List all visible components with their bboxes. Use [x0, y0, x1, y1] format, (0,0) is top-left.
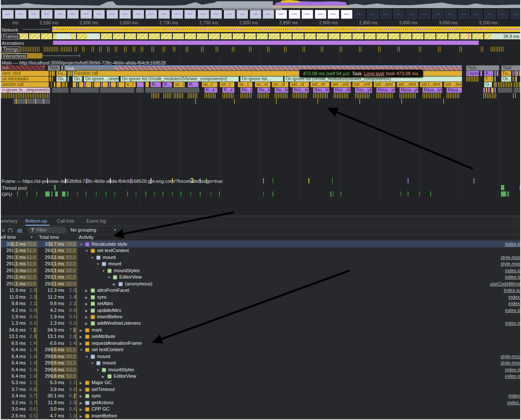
- frame-tile[interactable]: [448, 33, 459, 39]
- frame-tile[interactable]: [472, 33, 483, 39]
- screenshot-thumbnail[interactable]: [67, 10, 79, 19]
- flame-bar[interactable]: [71, 88, 99, 93]
- cpu-overview-strip[interactable]: [1, 0, 521, 8]
- source-link[interactable]: index.js:: [504, 287, 521, 294]
- frame-tile[interactable]: [293, 33, 304, 39]
- flame-bar[interactable]: R...: [188, 82, 198, 87]
- flame-bar[interactable]: [92, 82, 93, 87]
- flame-bar[interactable]: [109, 82, 110, 87]
- frame-tile[interactable]: [257, 33, 268, 39]
- screenshot-thumbnail[interactable]: [237, 10, 248, 19]
- frame-tile[interactable]: [221, 33, 232, 39]
- frame-tile[interactable]: [352, 33, 364, 39]
- flame-bar[interactable]: Task: [501, 65, 521, 70]
- table-row[interactable]: 13.1 ms2.8 %13.1 ms2.8 %▶setAttribute: [1, 333, 521, 340]
- flame-bar[interactable]: Rec...le: [313, 88, 329, 93]
- table-row[interactable]: 4.2 ms0.9 %4.2 ms0.9 %▶updateAttrsindex.…: [1, 307, 521, 314]
- collapse-arrow-icon[interactable]: ▼: [91, 255, 94, 261]
- frame-tile[interactable]: [113, 33, 124, 39]
- flame-bar[interactable]: un microtasks: [1, 76, 49, 82]
- flame-bar[interactable]: [514, 88, 521, 93]
- frame-tile-dropped[interactable]: [468, 33, 470, 39]
- flame-bar[interactable]: [69, 71, 71, 76]
- table-row[interactable]: 11.0 ms2.3 %11.2 ms2.4 %▶syncindex.: [1, 294, 521, 300]
- flame-bar[interactable]: [488, 88, 490, 93]
- flame-bar[interactable]: [86, 82, 91, 87]
- match-case-icon[interactable]: a: [2, 226, 4, 234]
- flame-bar[interactable]: [466, 76, 479, 82]
- screenshot-thumbnail[interactable]: [28, 10, 40, 19]
- frame-tile-idle[interactable]: [56, 33, 71, 39]
- frame-track-title[interactable]: Frame — https://id-preview--bd53fd9d-728…: [2, 179, 222, 184]
- flame-bar[interactable]: O...: [484, 82, 492, 87]
- source-link[interactable]: useCodeMirror: [490, 281, 521, 287]
- expand-arrow-icon[interactable]: ▶: [80, 393, 82, 399]
- screenshot-thumbnail[interactable]: [263, 10, 274, 19]
- flame-bar[interactable]: [103, 82, 108, 87]
- flame-bar[interactable]: se...nt: [272, 82, 288, 87]
- flame-bar[interactable]: R...e: [222, 88, 234, 93]
- header-activity[interactable]: Activity: [79, 234, 94, 241]
- flame-bar[interactable]: [516, 71, 518, 76]
- frame-tile[interactable]: [460, 33, 471, 39]
- frame-tile[interactable]: [269, 33, 280, 39]
- screenshot-thumbnail[interactable]: [158, 10, 170, 19]
- flame-bar[interactable]: [50, 71, 51, 76]
- flame-bar[interactable]: se...t: [220, 82, 234, 87]
- flame-bar[interactable]: Reca...yle: [400, 88, 418, 93]
- table-row[interactable]: 3.2 ms0.7 %11.8 ms2.5 %▶getActionsindex.…: [1, 399, 521, 406]
- flame-bar[interactable]: Fu...ll: [56, 71, 66, 76]
- tab-summary[interactable]: Summary: [0, 216, 18, 226]
- collapse-arrow-icon[interactable]: ▼: [96, 261, 100, 267]
- screenshot-thumbnail[interactable]: [145, 10, 157, 19]
- frame-tile[interactable]: [233, 33, 244, 39]
- screenshot-thumbnail[interactable]: [471, 10, 483, 19]
- flame-bar[interactable]: On...): [73, 76, 82, 82]
- screenshot-thumbnail[interactable]: [15, 10, 27, 19]
- flame-bar[interactable]: se...nt: [255, 82, 270, 87]
- flame-bar[interactable]: [491, 88, 494, 93]
- flame-bar[interactable]: [66, 82, 67, 87]
- screenshot-thumbnail[interactable]: [93, 10, 105, 19]
- flame-bar[interactable]: set...nt: [311, 82, 329, 87]
- table-row[interactable]: 3.7 ms0.8 %3.8 ms0.8 %▶setTimeout: [1, 386, 521, 393]
- collapse-arrow-icon[interactable]: ▼: [85, 354, 89, 360]
- flame-bar[interactable]: [498, 82, 512, 87]
- flame-bar[interactable]: set...nt: [290, 82, 309, 87]
- flame-bar[interactable]: R...: [163, 82, 172, 87]
- table-row[interactable]: 291.1 ms61.6 %293.1 ms62.0 %▼EditorViewi…: [1, 274, 521, 280]
- frame-tile[interactable]: [29, 33, 40, 39]
- flame-bar[interactable]: [68, 71, 69, 76]
- source-link[interactable]: index.js: [505, 267, 521, 274]
- flame-bar[interactable]: [56, 82, 61, 87]
- frame-tile[interactable]: [161, 33, 172, 39]
- expand-arrow-icon[interactable]: ▶: [85, 301, 88, 307]
- frame-tile[interactable]: [101, 33, 112, 39]
- flame-bar[interactable]: [495, 82, 497, 87]
- flame-bar[interactable]: Task: [466, 65, 499, 70]
- frame-tile[interactable]: [340, 33, 352, 39]
- flame-bar[interactable]: R...e: [204, 88, 217, 93]
- table-row[interactable]: 6.4 ms1.4 %299.6 ms63.3 %▼mountstyle-mod: [1, 353, 521, 360]
- table-row[interactable]: 291.1 ms61.6 %293.1 ms62.0 %▼set textCon…: [1, 247, 521, 254]
- frame-tile[interactable]: [364, 33, 376, 39]
- table-row[interactable]: 291.1 ms61.6 %293.1 ms62.0 %▼mountstyle-…: [1, 261, 521, 267]
- flame-bar[interactable]: Re...e: [240, 88, 252, 93]
- flame-bar[interactable]: [53, 71, 55, 76]
- expand-arrow-icon[interactable]: ▶: [80, 413, 82, 419]
- frame-tile[interactable]: [185, 33, 196, 39]
- tab-call-tree[interactable]: Call tree: [57, 216, 79, 226]
- expand-arrow-icon[interactable]: ▶: [80, 341, 82, 347]
- frame-tile[interactable]: [173, 33, 184, 39]
- frame-tile[interactable]: [436, 33, 447, 39]
- screenshot-thumbnail[interactable]: [41, 10, 53, 19]
- flame-bar[interactable]: R...: [151, 82, 161, 87]
- table-row[interactable]: 1.3 ms0.3 %1.3 ms0.3 %▶addWindowListener…: [1, 320, 521, 326]
- gpu-track[interactable]: [1, 191, 521, 197]
- screenshot-thumbnail[interactable]: [419, 10, 430, 19]
- frame-tile[interactable]: [125, 33, 136, 39]
- flame-bar[interactable]: [101, 82, 102, 87]
- flame-bar[interactable]: [79, 82, 83, 87]
- screenshot-thumbnail[interactable]: [133, 10, 144, 19]
- flame-bar[interactable]: On...): [56, 76, 66, 82]
